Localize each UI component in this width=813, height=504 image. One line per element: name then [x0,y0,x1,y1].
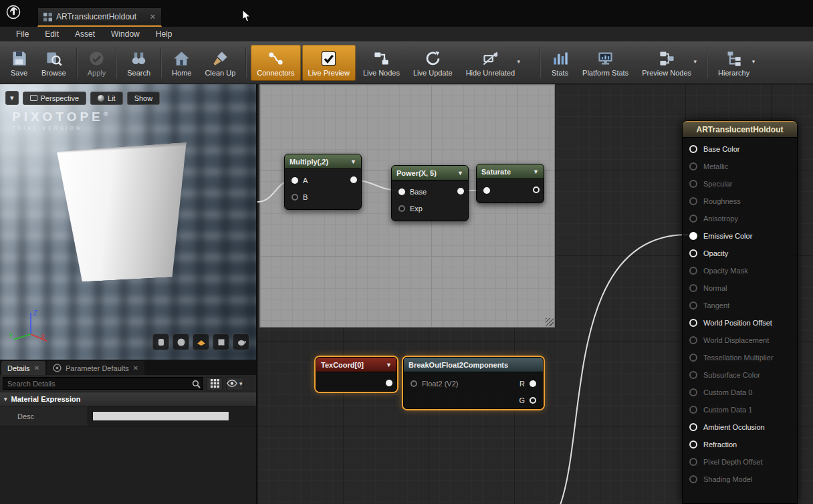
pin-tessellation-multiplier[interactable]: Tessellation Multiplier [683,349,797,366]
viewport-controls: ▾ Perspective Lit Show [5,91,160,105]
sphere-shape-button[interactable] [172,334,189,350]
preview-nodes-button[interactable]: Preview Nodes ▾ [636,45,697,81]
menu-window[interactable]: Window [104,28,146,40]
teapot-shape-button[interactable] [233,334,249,350]
tab-parameter-defaults-close-icon[interactable]: ✕ [133,364,138,372]
material-expression-section-header[interactable]: ▾ Material Expression [0,392,256,406]
home-icon [172,49,191,68]
hierarchy-button[interactable]: Hierarchy ▾ [712,45,756,81]
node-caret-icon[interactable]: ▼ [350,158,356,165]
tab-close-icon[interactable]: ✕ [150,13,156,21]
axis-x-label: x [41,332,45,340]
output-pin[interactable] [350,176,357,183]
pin-icon [689,232,697,240]
pin-opacity-mask[interactable]: Opacity Mask [683,262,797,279]
pin-subsurface-color[interactable]: Subsurface Color [683,366,797,384]
output-pin[interactable] [386,380,392,386]
lit-button[interactable]: Lit [90,92,123,105]
menu-bar: File Edit Asset Window Help [0,27,813,41]
details-panel: Details ✕ Parameter Defaults ✕ [0,360,257,504]
pin-specular[interactable]: Specular [683,175,797,193]
live-preview-button[interactable]: Live Preview [302,45,356,81]
pin-custom-data-0[interactable]: Custom Data 0 [683,384,797,401]
section-collapse-icon: ▾ [4,396,7,402]
menu-asset[interactable]: Asset [68,28,102,40]
output-pin[interactable] [457,188,464,195]
axis-y-label: Y [9,332,13,340]
pin-base-color[interactable]: Base Color [683,140,797,158]
pin-shading-model[interactable]: Shading Model [683,471,797,488]
input-pin-b[interactable] [292,194,298,201]
cylinder-shape-button[interactable] [152,334,169,350]
search-details-input[interactable] [3,377,203,390]
pin-ambient-occlusion[interactable]: Ambient Occlusion [683,418,797,436]
menu-edit[interactable]: Edit [38,28,66,40]
preview-nodes-icon [658,49,676,68]
node-caret-icon[interactable]: ▼ [457,170,463,176]
connectors-button[interactable]: Connectors [251,45,300,81]
display-filter-grid-button[interactable] [207,377,223,390]
input-pin-float2[interactable] [411,380,417,387]
node-material-result[interactable]: ARTranslucentHoldout Base Color Metallic… [682,120,798,504]
node-caret-icon[interactable]: ▼ [533,168,539,175]
input-pin-base[interactable] [398,188,405,195]
asset-tab[interactable]: ARTranslucentHoldout ✕ [37,7,162,27]
pin-metallic[interactable]: Metallic [683,158,797,175]
watermark: PIXOTOPE® TRIAL VERSION [12,110,108,130]
live-nodes-button[interactable]: Live Nodes [357,45,406,81]
desc-input[interactable] [92,411,229,421]
menu-help[interactable]: Help [149,28,179,40]
pin-custom-data-1[interactable]: Custom Data 1 [683,401,797,418]
pin-pixel-depth-offset[interactable]: Pixel Depth Offset [683,453,797,471]
output-pin-g[interactable] [530,397,536,404]
pin-world-position-offset[interactable]: World Position Offset [683,314,797,332]
input-pin-exp[interactable] [398,205,405,212]
hierarchy-caret-icon[interactable]: ▾ [752,58,756,65]
viewport-options-button[interactable]: ▾ [5,91,19,105]
home-button[interactable]: Home [166,45,197,81]
save-button[interactable]: Save [4,45,34,81]
tab-parameter-defaults[interactable]: Parameter Defaults ✕ [47,361,144,375]
material-graph[interactable]: Multiply(,2) ▼ A B Power(X, 5) ▼ [257,84,813,504]
show-button[interactable]: Show [127,92,160,105]
pin-refraction[interactable]: Refraction [683,436,797,453]
pin-world-displacement[interactable]: World Displacement [683,332,797,349]
cube-shape-button[interactable] [213,334,229,350]
platform-stats-button[interactable]: Platform Stats [576,45,634,81]
pin-roughness[interactable]: Roughness [683,193,797,210]
browse-button[interactable]: Browse [35,45,72,81]
toolbar-separator [245,47,247,78]
preview-viewport[interactable]: PIXOTOPE® TRIAL VERSION ▾ Perspective Li… [0,84,257,360]
perspective-icon [30,95,37,101]
output-pin[interactable] [533,186,540,193]
pin-normal[interactable]: Normal [683,279,797,297]
tab-details-close-icon[interactable]: ✕ [34,364,39,372]
output-pin-r[interactable] [530,380,536,387]
pin-tangent[interactable]: Tangent [683,297,797,314]
plane-shape-button[interactable] [193,334,209,350]
preview-nodes-caret-icon[interactable]: ▾ [694,58,697,65]
node-texcoord[interactable]: TexCoord[0] ▼ [316,357,397,392]
input-pin[interactable] [483,187,490,194]
menu-file[interactable]: File [9,28,35,40]
perspective-button[interactable]: Perspective [23,92,86,105]
clean-up-button[interactable]: Clean Up [199,45,241,81]
pin-anisotropy[interactable]: Anisotropy [683,210,797,227]
node-multiply[interactable]: Multiply(,2) ▼ A B [284,154,362,210]
watermark-subtitle: TRIAL VERSION [12,126,108,130]
stats-button[interactable]: Stats [545,45,575,81]
live-update-button[interactable]: Live Update [407,45,459,81]
node-saturate[interactable]: Saturate ▼ [476,164,544,203]
node-power[interactable]: Power(X, 5) ▼ Base Exp [391,165,469,221]
hide-unrelated-button[interactable]: Hide Unrelated ▾ [460,45,521,81]
hide-unrelated-caret-icon[interactable]: ▾ [517,58,521,65]
visibility-filter-button[interactable]: ▾ [226,377,243,390]
tab-details[interactable]: Details ✕ [1,361,45,375]
search-button[interactable]: Search [121,45,156,81]
node-breakout-float2[interactable]: BreakOutFloat2Components Float2 (V2) R G [403,357,544,409]
toolbar-separator [76,47,78,78]
node-caret-icon[interactable]: ▼ [386,362,392,368]
pin-emissive-color[interactable]: Emissive Color [683,227,797,245]
input-pin-a[interactable] [292,177,298,184]
pin-opacity[interactable]: Opacity [683,245,797,262]
